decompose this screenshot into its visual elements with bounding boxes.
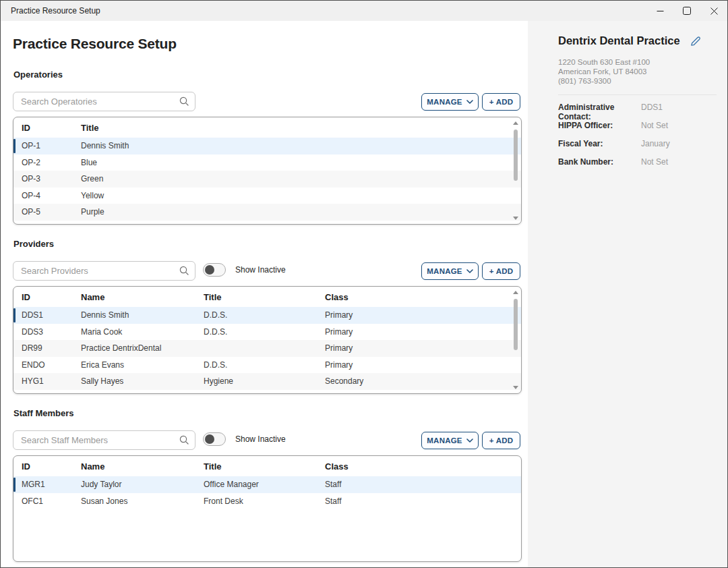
- table-cell-class: Primary: [325, 343, 510, 353]
- staff-section-label: Staff Members: [13, 408, 74, 418]
- providers-manage-button[interactable]: MANAGE: [421, 262, 479, 280]
- table-cell-id: ORTH: [22, 393, 81, 394]
- table-row[interactable]: OP-4Yellow: [13, 188, 521, 204]
- table-row[interactable]: ENDOErica EvansD.D.S.Primary: [13, 357, 521, 374]
- operatories-search-input[interactable]: [13, 92, 195, 111]
- table-cell-title: Purple: [81, 207, 510, 217]
- table-row[interactable]: MGR1Judy TaylorOffice ManagerStaff: [13, 476, 521, 493]
- column-header-title: Title: [204, 292, 325, 302]
- table-cell-title: Office Manager: [204, 480, 325, 489]
- table-row[interactable]: OP-2Blue: [13, 154, 521, 171]
- scrollbar-thumb[interactable]: [514, 299, 518, 350]
- table-cell-name: Maria Cook: [81, 327, 204, 337]
- close-button[interactable]: [700, 1, 727, 21]
- main-panel: Practice Resource Setup Operatories MANA…: [1, 21, 528, 567]
- providers-section-label: Providers: [13, 239, 54, 249]
- table-cell-title: D.D.S.: [204, 310, 325, 320]
- column-header-name: Name: [81, 461, 204, 472]
- providers-table-header: ID Name Title Class: [13, 287, 521, 307]
- detail-row-administrative-contact: Administrative Contact: DDS1: [558, 103, 721, 121]
- staff-show-inactive-label: Show Inactive: [235, 432, 286, 446]
- maximize-button[interactable]: [673, 1, 700, 21]
- toggle-knob: [205, 434, 214, 444]
- table-cell-class: Primary: [325, 360, 510, 370]
- column-header-class: Class: [325, 461, 510, 472]
- add-button-label: + ADD: [489, 98, 513, 106]
- column-header-id: ID: [22, 123, 81, 133]
- minimize-button[interactable]: [646, 1, 673, 21]
- table-cell-title: Front Desk: [204, 496, 325, 506]
- titlebar: Practice Resource Setup: [1, 1, 727, 21]
- table-cell-id: ENDO: [22, 360, 81, 370]
- maximize-icon: [683, 7, 691, 15]
- table-cell-name: Susan Jones: [81, 496, 204, 506]
- providers-search-input[interactable]: [13, 261, 195, 281]
- operatories-searchbox: [13, 92, 195, 111]
- operatories-manage-button[interactable]: MANAGE: [421, 93, 479, 111]
- table-cell-class: Primary: [325, 327, 510, 337]
- table-cell-id: OP-5: [22, 207, 81, 217]
- table-row[interactable]: DDS1Dennis SmithD.D.S.Primary: [13, 307, 521, 324]
- staff-search-input[interactable]: [13, 430, 195, 450]
- table-row[interactable]: OP-3Green: [13, 171, 521, 188]
- operatories-table-header: ID Title: [13, 117, 521, 138]
- table-row[interactable]: OP-6Orange: [13, 221, 521, 225]
- table-cell-id: MGR1: [22, 480, 81, 489]
- table-row[interactable]: ORTHOscar OliversonPrimary: [13, 390, 521, 395]
- table-cell-title: Orange: [81, 224, 510, 225]
- table-row[interactable]: OFC1Susan JonesFront DeskStaff: [13, 493, 521, 510]
- search-icon: [179, 266, 189, 275]
- column-header-name: Name: [81, 292, 204, 302]
- table-cell-class: Primary: [325, 393, 510, 394]
- table-row[interactable]: OP-1Dennis Smith: [13, 138, 521, 154]
- scroll-up-icon[interactable]: [513, 291, 518, 294]
- providers-show-inactive-toggle[interactable]: [203, 263, 226, 277]
- operatories-scrollbar[interactable]: [512, 119, 520, 223]
- table-cell-id: OP-4: [22, 191, 81, 200]
- window-title: Practice Resource Setup: [1, 6, 646, 16]
- detail-row-fiscal-year: Fiscal Year: January: [558, 139, 721, 157]
- staff-show-inactive-toggle[interactable]: [203, 432, 226, 446]
- detail-row-bank-number: Bank Number: Not Set: [558, 157, 721, 175]
- practice-address: 1220 South 630 East #100 American Fork, …: [558, 57, 650, 86]
- staff-manage-button[interactable]: MANAGE: [421, 432, 479, 449]
- scroll-down-icon[interactable]: [513, 217, 518, 220]
- table-cell-name: Dennis Smith: [81, 310, 204, 320]
- detail-label: Administrative Contact:: [558, 103, 641, 121]
- page-title: Practice Resource Setup: [13, 36, 177, 52]
- practice-name: Dentrix Dental Practice: [558, 34, 680, 47]
- sidebar-divider: [558, 94, 717, 95]
- column-header-id: ID: [22, 461, 81, 472]
- scroll-up-icon[interactable]: [513, 121, 518, 125]
- close-icon: [710, 7, 718, 15]
- detail-label: Fiscal Year:: [558, 139, 641, 148]
- table-cell-title: Hygiene: [204, 376, 325, 386]
- providers-scrollbar[interactable]: [512, 288, 520, 392]
- table-cell-id: DDS3: [22, 327, 81, 337]
- detail-label: HIPPA Officer:: [558, 121, 641, 130]
- staff-table-header: ID Name Title Class: [13, 456, 521, 476]
- staff-searchbox: [13, 430, 195, 450]
- table-cell-title: Dennis Smith: [81, 141, 510, 150]
- scroll-down-icon[interactable]: [513, 386, 518, 389]
- operatories-table-body: OP-1Dennis SmithOP-2BlueOP-3GreenOP-4Yel…: [13, 138, 521, 225]
- providers-add-button[interactable]: + ADD: [482, 262, 520, 280]
- scrollbar-thumb[interactable]: [514, 130, 518, 181]
- table-row[interactable]: OP-5Purple: [13, 204, 521, 221]
- providers-show-inactive-label: Show Inactive: [235, 263, 286, 277]
- column-header-title: Title: [81, 123, 510, 133]
- operatories-add-button[interactable]: + ADD: [482, 93, 520, 111]
- staff-add-button[interactable]: + ADD: [482, 432, 520, 449]
- table-cell-id: HYG1: [22, 376, 81, 386]
- manage-button-label: MANAGE: [427, 267, 462, 275]
- table-row[interactable]: HYG1Sally HayesHygieneSecondary: [13, 373, 521, 390]
- table-row[interactable]: DR99Practice DentrixDentalPrimary: [13, 340, 521, 357]
- edit-pencil-icon[interactable]: [690, 35, 702, 47]
- table-row[interactable]: DDS3Maria CookD.D.S.Primary: [13, 324, 521, 341]
- table-cell-class: Primary: [325, 310, 510, 320]
- operatories-table: ID Title OP-1Dennis SmithOP-2BlueOP-3Gre…: [13, 117, 522, 225]
- table-cell-id: OFC1: [22, 496, 81, 506]
- table-cell-name: Sally Hayes: [81, 376, 204, 386]
- add-button-label: + ADD: [489, 267, 513, 275]
- manage-button-label: MANAGE: [427, 436, 462, 445]
